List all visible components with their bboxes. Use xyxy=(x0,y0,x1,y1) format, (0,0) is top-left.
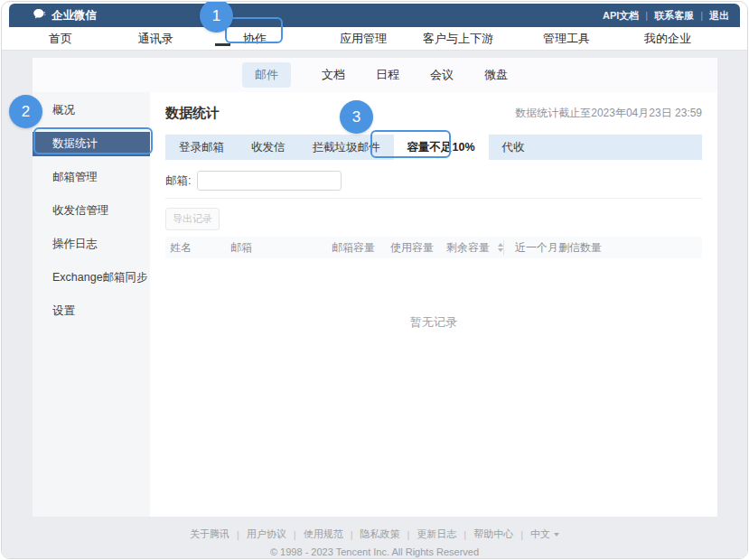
active-nav-indicator xyxy=(215,43,230,46)
sidebar-item-statistics[interactable]: 数据统计 xyxy=(33,132,150,156)
nav-item-admin-tools[interactable]: 管理工具 xyxy=(543,27,590,50)
footer-links: 关于腾讯| 用户协议| 使用规范| 隐私政策| 更新日志| 帮助中心| 中文 xyxy=(2,527,747,541)
contact-support-link[interactable]: 联系客服 xyxy=(654,9,694,23)
column-remaining: 剩余容量 xyxy=(442,240,503,256)
card-body: 概况 数据统计 邮箱管理 收发信管理 操作日志 Exchange邮箱同步 设置 … xyxy=(33,92,717,517)
module-tab-schedule[interactable]: 日程 xyxy=(376,67,399,83)
footer-link-privacy[interactable]: 隐私政策 xyxy=(360,527,400,541)
sidebar-item-overview[interactable]: 概况 xyxy=(33,94,150,127)
main-panel: 数据统计 数据统计截止至2023年04月23日 23:59 登录邮箱 收发信 拦… xyxy=(150,92,717,517)
caret-down-icon xyxy=(554,533,559,537)
page-background: 邮件 文档 日程 会议 微盘 概况 数据统计 邮箱管理 收发信管理 操作日志 E… xyxy=(2,51,747,558)
empty-state-text: 暂无记录 xyxy=(165,314,702,331)
stats-tab-bar: 登录邮箱 收发信 拦截垃圾邮件 容量不足10% 代收 xyxy=(165,135,702,160)
column-name: 姓名 xyxy=(165,240,226,256)
tab-login-mailbox[interactable]: 登录邮箱 xyxy=(165,135,238,160)
tab-send-receive[interactable]: 收发信 xyxy=(238,135,299,160)
table-header-row: 姓名 邮箱 邮箱容量 使用容量 剩余容量 近一个月删信数量 xyxy=(165,237,702,258)
separator: | xyxy=(645,10,648,21)
column-remaining-label: 剩余容量 xyxy=(446,240,490,256)
footer-link-about[interactable]: 关于腾讯 xyxy=(190,527,229,541)
sidebar: 概况 数据统计 邮箱管理 收发信管理 操作日志 Exchange邮箱同步 设置 xyxy=(33,92,150,517)
sidebar-item-mailbox-mgmt[interactable]: 邮箱管理 xyxy=(33,161,150,194)
separator: | xyxy=(237,529,239,540)
separator: | xyxy=(294,529,296,540)
footer-link-help[interactable]: 帮助中心 xyxy=(473,527,513,541)
mailbox-filter-label: 邮箱: xyxy=(165,173,191,189)
column-capacity: 邮箱容量 xyxy=(327,240,386,256)
language-label: 中文 xyxy=(530,527,550,541)
export-records-button[interactable]: 导出记录 xyxy=(165,208,220,230)
footer-link-changelog[interactable]: 更新日志 xyxy=(417,527,456,541)
nav-item-collaborate[interactable]: 协作 xyxy=(243,27,267,50)
column-mailbox: 邮箱 xyxy=(226,240,327,256)
nav-item-customers[interactable]: 客户与上下游 xyxy=(423,27,493,50)
content-card: 邮件 文档 日程 会议 微盘 概况 数据统计 邮箱管理 收发信管理 操作日志 E… xyxy=(33,58,717,517)
separator: | xyxy=(407,529,410,540)
separator: | xyxy=(520,529,523,540)
section-divider xyxy=(165,198,702,199)
topbar: 企业微信 API文档 | 联系客服 | 退出 xyxy=(9,4,740,27)
module-tab-mail[interactable]: 邮件 xyxy=(242,62,291,88)
page-title: 数据统计 xyxy=(165,105,220,122)
stats-deadline: 数据统计截止至2023年04月23日 23:59 xyxy=(515,106,702,121)
api-docs-link[interactable]: API文档 xyxy=(603,9,639,23)
wechat-work-bubble-icon xyxy=(33,7,46,23)
logout-link[interactable]: 退出 xyxy=(709,9,729,23)
module-tab-docs[interactable]: 文档 xyxy=(322,67,345,83)
separator: | xyxy=(463,529,466,540)
app-window: 企业微信 API文档 | 联系客服 | 退出 首页 通讯录 协作 应用管理 客户… xyxy=(1,1,748,559)
page-footer: 关于腾讯| 用户协议| 使用规范| 隐私政策| 更新日志| 帮助中心| 中文 ©… xyxy=(2,527,747,557)
tab-low-capacity[interactable]: 容量不足10% xyxy=(394,135,489,160)
module-tab-meeting[interactable]: 会议 xyxy=(430,67,454,83)
nav-item-my-company[interactable]: 我的企业 xyxy=(644,27,691,50)
nav-item-apps[interactable]: 应用管理 xyxy=(340,27,387,50)
copyright-text: © 1998 - 2023 Tencent Inc. All Rights Re… xyxy=(2,546,747,557)
nav-item-contacts[interactable]: 通讯录 xyxy=(138,27,173,50)
column-used: 使用容量 xyxy=(386,240,442,256)
nav-item-home[interactable]: 首页 xyxy=(49,27,72,50)
tab-spam-blocked[interactable]: 拦截垃圾邮件 xyxy=(299,135,394,160)
module-tab-bar: 邮件 文档 日程 会议 微盘 xyxy=(33,58,717,92)
brand-logo: 企业微信 xyxy=(33,7,97,23)
column-deleted-month: 近一个月删信数量 xyxy=(503,240,702,256)
sidebar-item-sendrecv-mgmt[interactable]: 收发信管理 xyxy=(33,194,150,228)
footer-link-rules[interactable]: 使用规范 xyxy=(304,527,343,541)
sidebar-item-operation-log[interactable]: 操作日志 xyxy=(33,228,150,261)
step-2-badge: 2 xyxy=(9,95,42,128)
footer-link-terms[interactable]: 用户协议 xyxy=(247,527,286,541)
tab-proxy-collect[interactable]: 代收 xyxy=(489,135,538,160)
module-tab-drive[interactable]: 微盘 xyxy=(484,67,508,83)
separator: | xyxy=(700,10,703,21)
language-selector[interactable]: 中文 xyxy=(530,527,559,541)
brand-name: 企业微信 xyxy=(51,8,97,23)
sidebar-item-exchange-sync[interactable]: Exchange邮箱同步 xyxy=(33,261,150,294)
step-3-badge: 3 xyxy=(340,100,373,134)
topbar-links: API文档 | 联系客服 | 退出 xyxy=(603,9,729,23)
separator: | xyxy=(351,529,353,540)
mailbox-filter-input[interactable] xyxy=(197,171,342,191)
main-nav: 首页 通讯录 协作 应用管理 客户与上下游 管理工具 我的企业 xyxy=(2,27,747,51)
sidebar-item-settings[interactable]: 设置 xyxy=(33,294,150,328)
